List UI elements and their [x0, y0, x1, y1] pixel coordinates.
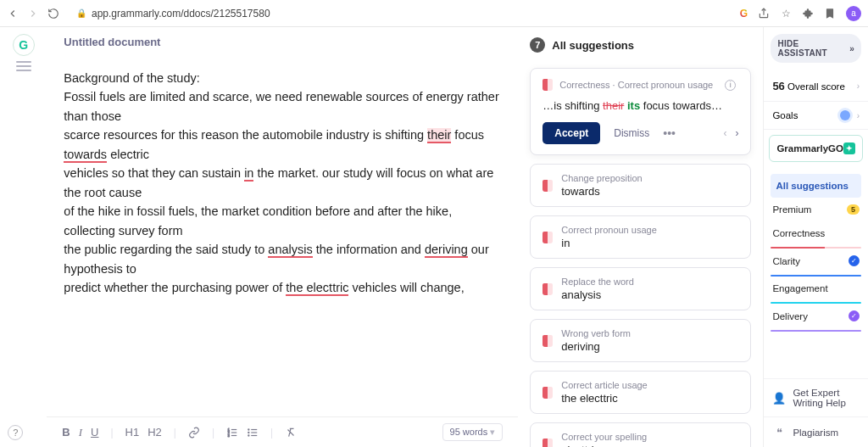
document-title[interactable]: Untitled document — [47, 36, 518, 69]
suggestion-card[interactable]: Change prepositiontowards — [530, 164, 751, 207]
numbered-list-button[interactable]: 123 — [226, 427, 238, 439]
goals-row[interactable]: Goals › — [764, 102, 868, 130]
issue-deriving[interactable]: deriving — [425, 243, 468, 258]
suggestion-category: Correctness · Correct pronoun usage — [559, 80, 713, 90]
italic-button[interactable]: I — [79, 426, 82, 439]
profile-avatar[interactable]: a — [846, 6, 861, 21]
correctness-icon — [542, 335, 553, 347]
svg-point-12 — [248, 434, 249, 435]
filter-engagement[interactable]: Engagement — [771, 277, 861, 300]
left-strip: G — [0, 27, 47, 447]
correctness-icon — [542, 283, 553, 295]
expert-help-row[interactable]: 👤 Get Expert Writing Help — [764, 378, 868, 416]
filter-clarity[interactable]: Clarity✓ — [771, 249, 861, 273]
prev-suggestion-icon[interactable]: ‹ — [723, 127, 726, 139]
grammarlygo-badge-icon: ✦ — [843, 142, 855, 154]
text-line: scarce resources for this reason the aut… — [64, 126, 501, 164]
share-icon[interactable] — [758, 8, 770, 20]
clear-format-button[interactable] — [285, 427, 297, 439]
text-line: of the hike in fossil fuels, the market … — [64, 202, 501, 240]
back-icon[interactable] — [7, 8, 19, 20]
chevron-right-icon: › — [857, 81, 860, 91]
suggestion-value: in — [561, 237, 657, 249]
issue-their[interactable]: their — [427, 128, 451, 143]
text-line: the public regarding the said study to a… — [64, 240, 501, 278]
bullet-list-button[interactable] — [247, 427, 259, 439]
text-line: Background of the study: — [64, 69, 501, 87]
h2-button[interactable]: H2 — [147, 426, 162, 439]
suggestion-label: Correct article usage — [561, 380, 648, 390]
suggestion-label: Replace the word — [561, 277, 634, 287]
more-icon[interactable]: ••• — [663, 126, 676, 140]
filter-premium[interactable]: Premium 5 — [771, 198, 861, 221]
goals-indicator-icon — [840, 110, 850, 120]
star-icon[interactable]: ☆ — [780, 8, 792, 20]
grammarlygo-row[interactable]: GrammarlyGO ✦ — [769, 135, 863, 162]
suggestion-label: Correct pronoun usage — [561, 225, 657, 235]
correctness-icon — [542, 79, 553, 91]
chevron-right-icon: » — [849, 44, 854, 53]
overall-score-row[interactable]: 56 Overall score › — [764, 71, 868, 102]
suggestion-value: the electtric — [561, 392, 648, 405]
address-bar[interactable]: 🔒 app.grammarly.com/ddocs/2125517580 — [68, 5, 732, 22]
menu-icon[interactable] — [16, 61, 31, 71]
info-icon[interactable]: i — [725, 80, 736, 91]
correctness-icon — [542, 439, 553, 448]
bold-button[interactable]: B — [62, 426, 70, 439]
grammarly-logo-icon[interactable]: G — [13, 34, 35, 56]
format-toolbar: B I U | H1 H2 | | 123 | 95 words ▾ — [47, 416, 518, 447]
link-button[interactable] — [188, 427, 200, 439]
url-text: app.grammarly.com/ddocs/2125517580 — [92, 8, 723, 20]
plagiarism-row[interactable]: ❝ Plagiarism — [764, 416, 868, 447]
svg-point-11 — [248, 432, 249, 433]
assistant-sidebar: HIDE ASSISTANT» 56 Overall score › Goals… — [763, 27, 868, 447]
forward-icon[interactable] — [27, 8, 39, 20]
suggestion-value: deriving — [561, 340, 631, 353]
premium-count-badge: 5 — [847, 204, 860, 215]
google-icon[interactable]: G — [740, 8, 748, 20]
suggestion-value: analysis — [561, 288, 634, 301]
h1-button[interactable]: H1 — [125, 426, 140, 439]
suggestion-card[interactable]: Correct your spellingelecttric — [530, 422, 751, 447]
suggestion-card[interactable]: Replace the wordanalysis — [530, 267, 751, 310]
issue-analysis[interactable]: analysis — [268, 243, 312, 258]
suggestion-value: towards — [561, 185, 642, 198]
correctness-icon — [542, 180, 553, 192]
suggestions-column: 7 All suggestions Correctness · Correct … — [518, 27, 763, 447]
suggestion-preview: …is shifting their its focus towards… — [542, 99, 738, 112]
filter-delivery[interactable]: Delivery✓ — [771, 304, 861, 328]
correctness-icon — [542, 387, 553, 399]
person-icon: 👤 — [772, 392, 786, 405]
suggestion-label: Correct your spelling — [561, 432, 647, 442]
suggestion-label: Wrong verb form — [561, 328, 631, 338]
accept-button[interactable]: Accept — [542, 122, 600, 144]
word-count[interactable]: 95 words ▾ — [442, 423, 504, 441]
browser-toolbar: 🔒 app.grammarly.com/ddocs/2125517580 G ☆… — [0, 0, 868, 27]
filter-all-suggestions[interactable]: All suggestions — [771, 174, 861, 198]
extensions-icon[interactable] — [802, 8, 814, 20]
text-line: predict whether the purchasing power of … — [64, 278, 501, 297]
issue-the-electtric[interactable]: the electtric — [286, 281, 348, 296]
reload-icon[interactable] — [47, 8, 59, 20]
suggestion-card[interactable]: Wrong verb formderiving — [530, 319, 751, 362]
editor-column: Untitled document Background of the stud… — [47, 27, 518, 447]
filter-correctness[interactable]: Correctness — [771, 221, 861, 245]
suggestion-card[interactable]: Correct pronoun usagein — [530, 215, 751, 259]
issue-in[interactable]: in — [244, 166, 253, 182]
suggestion-card-active[interactable]: Correctness · Correct pronoun usage i …i… — [530, 68, 751, 155]
lock-icon: 🔒 — [76, 8, 86, 18]
bookmarks-icon[interactable] — [824, 8, 836, 20]
document-body[interactable]: Background of the study: Fossil fuels ar… — [47, 69, 518, 416]
text-line: vehicles so that they can sustain in the… — [64, 164, 501, 202]
issue-towards[interactable]: towards — [64, 148, 107, 163]
check-icon: ✓ — [849, 310, 860, 321]
svg-point-10 — [248, 428, 249, 429]
next-suggestion-icon[interactable]: › — [735, 127, 738, 139]
hide-assistant-button[interactable]: HIDE ASSISTANT» — [771, 34, 861, 63]
quote-icon: ❝ — [772, 426, 786, 439]
suggestion-card[interactable]: Correct article usagethe electtric — [530, 371, 751, 414]
underline-button[interactable]: U — [91, 426, 98, 439]
suggestion-value: electtric — [561, 444, 647, 447]
dismiss-button[interactable]: Dismiss — [614, 127, 649, 139]
check-icon: ✓ — [849, 255, 860, 266]
